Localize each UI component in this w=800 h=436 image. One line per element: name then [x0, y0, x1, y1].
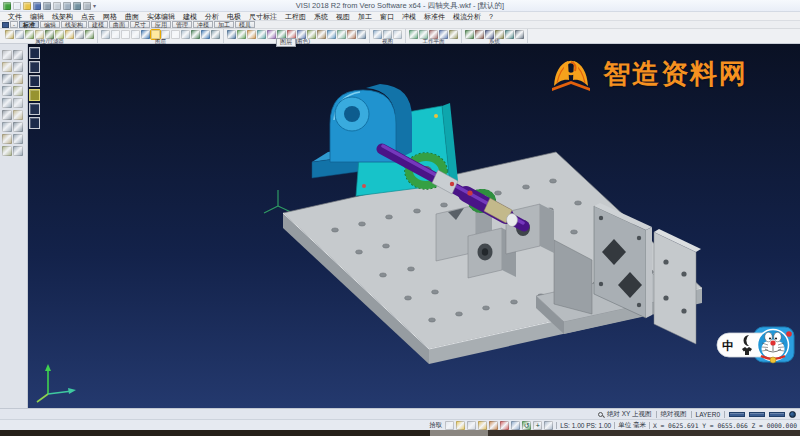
- layer-lock-icon[interactable]: [191, 30, 200, 39]
- view-right-button[interactable]: [29, 103, 40, 115]
- attr-line-icon[interactable]: [15, 30, 24, 39]
- ribbon-tab[interactable]: 标准: [19, 21, 39, 28]
- layer-new-icon[interactable]: [101, 30, 110, 39]
- meter-1[interactable]: [729, 412, 745, 417]
- snap-grid-icon[interactable]: [445, 421, 454, 430]
- menu-item[interactable]: ?: [485, 12, 497, 21]
- snap-perp-icon[interactable]: [511, 421, 520, 430]
- view-iso-button[interactable]: [29, 89, 40, 101]
- view-back-button[interactable]: [29, 117, 40, 129]
- ribbon-tab[interactable]: 应用: [151, 21, 171, 28]
- attr-color-icon[interactable]: [5, 30, 14, 39]
- menu-item[interactable]: 系统: [310, 12, 332, 21]
- menu-item[interactable]: 文件: [4, 12, 26, 21]
- snap-point-icon[interactable]: [456, 421, 465, 430]
- perspective-icon[interactable]: [327, 30, 336, 39]
- move-icon[interactable]: [2, 74, 12, 84]
- offset-icon[interactable]: [2, 98, 12, 108]
- group-icon[interactable]: [13, 134, 23, 144]
- extend-icon[interactable]: [13, 62, 23, 72]
- fillet-icon[interactable]: [13, 98, 23, 108]
- menu-item[interactable]: 网格: [99, 12, 121, 21]
- menu-item[interactable]: 模流分析: [449, 12, 485, 21]
- snap-quadrant-icon[interactable]: [489, 421, 498, 430]
- app-logo-icon[interactable]: [3, 2, 11, 10]
- attr-layer-icon[interactable]: [25, 30, 34, 39]
- menu-item[interactable]: 窗口: [376, 12, 398, 21]
- filter-point-icon[interactable]: [75, 30, 84, 39]
- light-icon[interactable]: [317, 30, 326, 39]
- menu-item[interactable]: 电极: [223, 12, 245, 21]
- sys-options-icon[interactable]: [505, 30, 514, 39]
- menu-item[interactable]: 视图: [332, 12, 354, 21]
- mirror-icon[interactable]: [2, 86, 12, 96]
- ribbon-tab[interactable]: 模具: [235, 21, 255, 28]
- ortho-icon[interactable]: +: [533, 421, 542, 430]
- scale-icon[interactable]: [13, 86, 23, 96]
- menu-item[interactable]: 编辑: [26, 12, 48, 21]
- layer-list-icon[interactable]: [111, 30, 120, 39]
- ribbon-tab[interactable]: 线架构: [61, 21, 87, 28]
- layer-on-icon[interactable]: [131, 30, 140, 39]
- sys-undo-icon[interactable]: [465, 30, 474, 39]
- snap-center-icon[interactable]: [478, 421, 487, 430]
- qat-dropdown-icon[interactable]: ▾: [93, 2, 96, 9]
- redo-icon[interactable]: [83, 2, 91, 10]
- view-top-button[interactable]: [29, 47, 40, 59]
- hatch-icon[interactable]: [2, 134, 12, 144]
- 3d-viewport[interactable]: 智造资料网 中: [28, 44, 800, 408]
- sys-redo-icon[interactable]: [475, 30, 484, 39]
- menu-item[interactable]: 点云: [77, 12, 99, 21]
- trim-icon[interactable]: [2, 62, 12, 72]
- dynamic-rotate-icon[interactable]: [257, 30, 266, 39]
- workplane-indicator[interactable]: 绝对 XY 上视图: [607, 410, 652, 419]
- view-standard-icon[interactable]: [373, 30, 382, 39]
- workplane-new-icon[interactable]: [409, 30, 418, 39]
- clip-plane-icon[interactable]: [337, 30, 346, 39]
- zoom-fit-icon[interactable]: [267, 30, 276, 39]
- menu-item[interactable]: 曲面: [121, 12, 143, 21]
- menu-item[interactable]: 建模: [179, 12, 201, 21]
- magnifier-icon[interactable]: [598, 412, 603, 417]
- note-icon[interactable]: [13, 122, 23, 132]
- units-indicator[interactable]: 单位 毫米: [618, 421, 646, 430]
- dimension-icon[interactable]: [2, 122, 12, 132]
- view-left-button[interactable]: [29, 75, 40, 87]
- measure-icon[interactable]: [13, 110, 23, 120]
- taskbar-segment[interactable]: [430, 430, 488, 436]
- ribbon-tab[interactable]: 建模: [88, 21, 108, 28]
- workplane-reset-icon[interactable]: [449, 30, 458, 39]
- shaded-view-icon[interactable]: [227, 30, 236, 39]
- wireframe-icon[interactable]: [237, 30, 246, 39]
- view-indicator[interactable]: 绝对视图: [661, 410, 687, 419]
- tab-collapse-button[interactable]: -: [10, 21, 18, 28]
- menu-item[interactable]: 工程图: [281, 12, 310, 21]
- layer-current-icon[interactable]: [141, 30, 150, 39]
- hidden-line-icon[interactable]: [247, 30, 256, 39]
- multi-view-icon[interactable]: [357, 30, 366, 39]
- rotate-icon[interactable]: [13, 74, 23, 84]
- menu-item[interactable]: 加工: [354, 12, 376, 21]
- sys-help-icon[interactable]: [515, 30, 524, 39]
- menu-item[interactable]: 线架构: [48, 12, 77, 21]
- delete-icon[interactable]: [13, 50, 23, 60]
- meter-2[interactable]: [749, 412, 765, 417]
- snap-intersect-icon[interactable]: [500, 421, 509, 430]
- layer-settings-icon[interactable]: [211, 30, 220, 39]
- select-icon[interactable]: [2, 50, 12, 60]
- grid-toggle-icon[interactable]: [544, 421, 553, 430]
- ribbon-tab[interactable]: 冲模: [193, 21, 213, 28]
- meter-3[interactable]: [769, 412, 785, 417]
- save-icon[interactable]: [33, 2, 41, 10]
- print-icon[interactable]: [53, 2, 61, 10]
- layer-isolate-icon[interactable]: [181, 30, 190, 39]
- ribbon-tab[interactable]: 曲面: [109, 21, 129, 28]
- view-list-icon[interactable]: [393, 30, 402, 39]
- ribbon-tab[interactable]: 管理: [172, 21, 192, 28]
- snap-tangent-icon[interactable]: ↺: [522, 421, 531, 430]
- layer-color-icon[interactable]: [201, 30, 210, 39]
- menu-item[interactable]: 冲模: [398, 12, 420, 21]
- ribbon-tab[interactable]: 加工: [214, 21, 234, 28]
- ribbon-tab[interactable]: 尺寸: [130, 21, 150, 28]
- ribbon-tab[interactable]: 编辑: [40, 21, 60, 28]
